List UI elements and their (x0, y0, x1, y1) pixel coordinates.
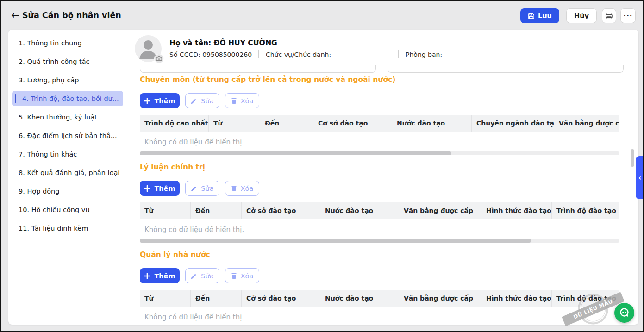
employee-department-label: Phòng ban: (406, 51, 442, 58)
table2-empty-state: Không có dữ liệu để hiển thị. (140, 226, 619, 234)
table1-header: Trình độ cao nhất Từ Đến Cơ sở đào tạo N… (140, 115, 619, 132)
add-button[interactable]: Thêm (140, 181, 180, 196)
trash-icon (231, 98, 237, 104)
truncated-input-field[interactable] (388, 65, 624, 73)
column-header: Từ (140, 202, 191, 219)
sidebar-item-khen-thuong-ky-luat[interactable]: 5. Khen thưởng, kỷ luật (12, 109, 123, 125)
edit-button[interactable]: Sửa (185, 181, 219, 196)
collapse-panel-handle[interactable]: ‹ (636, 156, 644, 199)
sidebar-item-ket-qua-danh-gia[interactable]: 8. Kết quả đánh giá, phân loại (12, 165, 123, 181)
more-button[interactable]: ··· (620, 8, 636, 23)
topbar: ← Sửa Cán bộ nhân viên Lưu Hủy (1, 1, 643, 29)
app-window: ← Sửa Cán bộ nhân viên Lưu Hủy (0, 0, 644, 332)
sidebar: 1. Thông tin chung 2. Quá trình công tác… (8, 30, 127, 325)
column-header: Trình độ cao nhất (140, 115, 209, 132)
table2-header: Từ Đến Cở sở đào tạo Nước đào tạo Văn bằ… (140, 202, 619, 219)
employee-name: Họ và tên: ĐỖ HUY CƯỜNG (169, 39, 277, 47)
pencil-icon (191, 185, 197, 192)
column-header: Văn bằng được cấp (554, 115, 619, 132)
edit-button[interactable]: Sửa (185, 93, 219, 108)
trash-icon (231, 185, 237, 192)
save-icon (528, 13, 535, 19)
column-header: Văn bằng được cấp (399, 202, 481, 219)
plus-icon (144, 98, 150, 104)
print-button[interactable] (602, 8, 616, 23)
column-header: Nước đào tạo (320, 202, 399, 219)
plus-icon (144, 185, 150, 192)
column-header: Nước đào tạo (392, 115, 472, 132)
table1-hscrollbar (140, 151, 619, 155)
sidebar-item-thong-tin-khac[interactable]: 7. Thông tin khác (12, 146, 123, 162)
sidebar-item-tai-lieu-dinh-kem[interactable]: 11. Tài liệu đính kèm (12, 220, 123, 236)
column-header: Từ (140, 290, 191, 307)
plus-icon (144, 273, 150, 279)
column-header: Hình thức đào tạo (481, 290, 552, 307)
edit-button[interactable]: Sửa (185, 268, 219, 283)
divider (258, 50, 259, 58)
back-button[interactable]: ← (9, 9, 21, 21)
column-header: Văn bằng được cấp (399, 290, 481, 307)
divider (398, 50, 399, 58)
cancel-button[interactable]: Hủy (566, 8, 597, 23)
section-title-quan-ly-nha-nuoc: Quản lý nhà nước (140, 251, 210, 259)
section-title-ly-luan-chinh-tri: Lý luận chính trị (140, 163, 205, 171)
sidebar-item-hop-dong[interactable]: 9. Hợp đồng (12, 183, 123, 199)
sidebar-item-trinh-do-dao-tao[interactable]: 4. Trình độ, đào tạo, bồi dư... (12, 91, 123, 106)
chevron-left-icon: ‹ (638, 174, 641, 182)
column-header: Đến (191, 202, 242, 219)
employee-cccd: Số CCCD: 095085000260 (169, 51, 252, 58)
main-card: 1. Thông tin chung 2. Quá trình công tác… (8, 30, 638, 325)
employee-position-label: Chức vụ/Chức danh: (266, 51, 331, 58)
vertical-scrollbar-thumb[interactable] (631, 149, 634, 167)
page-title: Sửa Cán bộ nhân viên (22, 11, 121, 20)
column-header: Trình độ đào tạo (552, 290, 619, 307)
camera-icon[interactable] (154, 54, 164, 63)
delete-button[interactable]: Xóa (225, 93, 259, 108)
trash-icon (231, 273, 237, 279)
section2-toolbar: Thêm Sửa Xóa (140, 181, 259, 196)
delete-button[interactable]: Xóa (225, 181, 259, 196)
column-header: Chuyên ngành đào tạo (472, 115, 554, 132)
column-header: Cơ sở đào tạo (313, 115, 392, 132)
column-header: Cở sở đào tạo (242, 290, 320, 307)
scrollbar-thumb[interactable] (140, 239, 531, 243)
table3-empty-state: Không có dữ liệu để hiển thị. (140, 313, 619, 321)
printer-icon (605, 12, 613, 19)
scrollbar-thumb[interactable] (140, 151, 451, 155)
column-header: Đến (191, 290, 242, 307)
section-title-chuyen-mon: Chuyên môn (từ trung cấp trở lên cả tron… (140, 75, 395, 84)
pencil-icon (191, 273, 197, 279)
chat-bubble-icon (619, 307, 630, 319)
chat-support-button[interactable] (614, 303, 634, 323)
pencil-icon (191, 98, 197, 104)
table1-empty-state: Không có dữ liệu để hiển thị. (140, 138, 619, 146)
sidebar-item-thong-tin-chung[interactable]: 1. Thông tin chung (12, 35, 123, 51)
sidebar-item-luong-phu-cap[interactable]: 3. Lương, phụ cấp (12, 72, 123, 88)
sidebar-item-dac-diem-lich-su[interactable]: 6. Đặc điểm lịch sử bản thâ... (12, 128, 123, 144)
column-header: Cở sở đào tạo (242, 202, 320, 219)
table3-header: Từ Đến Cở sở đào tạo Nước đào tạo Văn bằ… (140, 290, 619, 307)
sidebar-item-qua-trinh-cong-tac[interactable]: 2. Quá trình công tác (12, 54, 123, 69)
add-button[interactable]: Thêm (140, 93, 180, 108)
delete-button[interactable]: Xóa (225, 268, 259, 283)
column-header: Hình thức đào tạo (481, 202, 552, 219)
save-button[interactable]: Lưu (520, 8, 559, 23)
column-header: Từ (209, 115, 260, 132)
section3-toolbar: Thêm Sửa Xóa (140, 268, 259, 283)
truncated-input-field[interactable] (140, 65, 376, 73)
column-header: Trình độ đào tạo (552, 202, 619, 219)
column-header: Đến (260, 115, 313, 132)
section1-toolbar: Thêm Sửa Xóa (140, 93, 259, 108)
add-button[interactable]: Thêm (140, 268, 180, 283)
table2-hscrollbar (140, 239, 619, 243)
column-header: Nước đào tạo (320, 290, 399, 307)
sidebar-item-ho-chieu-cong-vu[interactable]: 10. Hộ chiếu công vụ (12, 202, 123, 218)
